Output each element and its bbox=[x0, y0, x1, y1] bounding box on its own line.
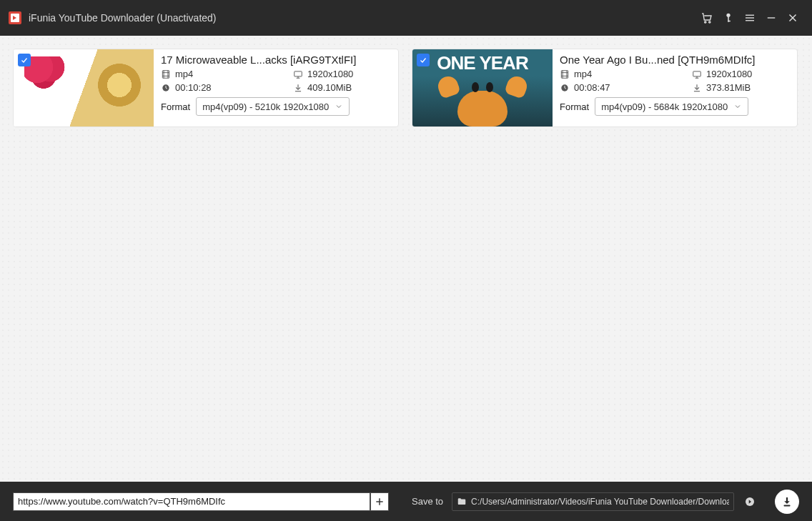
filesize: 373.81MiB bbox=[692, 82, 798, 93]
menu-icon[interactable] bbox=[739, 0, 761, 36]
svg-point-1 bbox=[709, 21, 710, 23]
container-format: mp4 bbox=[560, 69, 670, 79]
format-select[interactable]: mp4(vp09) - 5684k 1920x1080 bbox=[595, 97, 748, 116]
format-value: mp4(vp09) - 5684k 1920x1080 bbox=[601, 101, 728, 112]
filesize: 409.10MiB bbox=[293, 82, 399, 93]
app-logo-icon bbox=[9, 11, 21, 24]
download-button[interactable] bbox=[775, 490, 799, 514]
video-thumbnail[interactable] bbox=[14, 49, 154, 126]
video-card[interactable]: 17 Microwaveable L...acks [iARG9TXtlFI] … bbox=[13, 49, 399, 127]
folder-icon bbox=[457, 497, 467, 507]
download-icon bbox=[692, 83, 702, 93]
monitor-icon bbox=[293, 69, 303, 79]
video-card[interactable]: ONE YEAR One Year Ago I Bu...ned [QTH9m6… bbox=[412, 49, 798, 127]
duration: 00:10:28 bbox=[161, 82, 272, 93]
clock-icon bbox=[161, 83, 171, 93]
svg-point-2 bbox=[726, 14, 730, 17]
save-path-field[interactable] bbox=[452, 492, 734, 511]
bottombar: Save to bbox=[0, 482, 812, 521]
save-path-input[interactable] bbox=[471, 497, 729, 507]
resolution: 1920x1080 bbox=[692, 69, 798, 79]
save-to-label: Save to bbox=[412, 496, 443, 507]
svg-point-0 bbox=[705, 21, 706, 23]
chevron-down-icon bbox=[733, 102, 742, 111]
video-title: One Year Ago I Bu...ned [QTH9m6MDIfc] bbox=[560, 54, 798, 66]
svg-rect-4 bbox=[728, 21, 731, 22]
svg-rect-32 bbox=[784, 505, 791, 506]
thumbnail-overlay-text: ONE YEAR bbox=[437, 52, 528, 74]
close-button[interactable] bbox=[782, 0, 803, 36]
titlebar: iFunia YouTube Downloader (Unactivated) bbox=[0, 0, 812, 36]
video-thumbnail[interactable]: ONE YEAR bbox=[412, 49, 553, 126]
svg-rect-16 bbox=[294, 71, 302, 76]
app-title: iFunia YouTube Downloader (Unactivated) bbox=[29, 12, 217, 24]
format-label: Format bbox=[560, 101, 589, 112]
svg-rect-25 bbox=[693, 71, 701, 76]
cart-icon[interactable] bbox=[696, 0, 718, 36]
selected-checkbox[interactable] bbox=[18, 54, 31, 66]
minimize-button[interactable] bbox=[761, 0, 782, 36]
film-icon bbox=[161, 69, 171, 79]
add-url-button[interactable] bbox=[370, 492, 389, 511]
video-title: 17 Microwaveable L...acks [iARG9TXtlFI] bbox=[161, 54, 399, 66]
monitor-icon bbox=[692, 69, 702, 79]
key-icon[interactable] bbox=[718, 0, 739, 36]
selected-checkbox[interactable] bbox=[417, 54, 430, 66]
format-label: Format bbox=[161, 101, 190, 112]
format-value: mp4(vp09) - 5210k 1920x1080 bbox=[202, 101, 329, 112]
container-format: mp4 bbox=[161, 69, 272, 79]
open-folder-button[interactable] bbox=[743, 495, 757, 509]
chevron-down-icon bbox=[335, 102, 343, 111]
clock-icon bbox=[560, 83, 570, 93]
download-icon bbox=[293, 83, 303, 93]
duration: 00:08:47 bbox=[560, 82, 670, 93]
format-select[interactable]: mp4(vp09) - 5210k 1920x1080 bbox=[196, 97, 350, 116]
resolution: 1920x1080 bbox=[293, 69, 399, 79]
film-icon bbox=[560, 69, 570, 79]
url-input[interactable] bbox=[13, 492, 370, 511]
main-area: 17 Microwaveable L...acks [iARG9TXtlFI] … bbox=[0, 36, 812, 482]
